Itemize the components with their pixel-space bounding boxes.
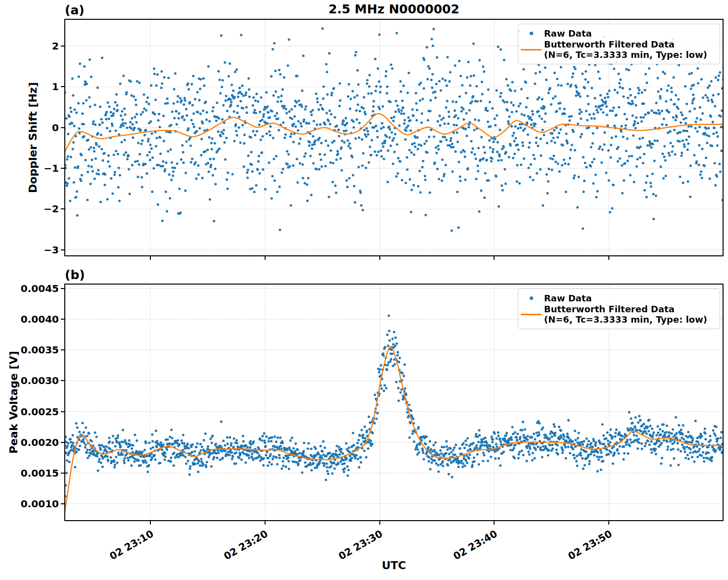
legend-filtered-label: Butterworth Filtered Data: [544, 304, 707, 314]
x-tick-mark: [494, 256, 495, 260]
y-tick-mark: [61, 411, 64, 412]
x-tick-label: 02 23:40: [451, 528, 499, 562]
filtered-line-marker-icon: [521, 49, 542, 50]
x-tick-label: 02 23:20: [222, 528, 270, 562]
raw-data-marker-icon: [530, 32, 533, 35]
panel-a-legend: Raw Data Butterworth Filtered Data (N=6,…: [518, 24, 720, 64]
y-tick-label: −1: [0, 162, 59, 174]
y-tick-label: 0.0035: [0, 344, 59, 356]
panel-b-legend: Raw Data Butterworth Filtered Data (N=6,…: [518, 289, 720, 329]
legend-filtered-entry: Butterworth Filtered Data (N=6, Tc=3.333…: [518, 304, 716, 325]
y-tick-mark: [61, 319, 64, 320]
x-tick-label: 02 23:50: [566, 528, 614, 562]
y-tick-mark: [61, 473, 64, 474]
x-tick-mark: [608, 256, 609, 260]
legend-filtered-params: (N=6, Tc=3.3333 min, Type: low): [544, 314, 707, 325]
y-tick-label: 0.0040: [0, 313, 59, 325]
chart-title: 2.5 MHz N0000002: [64, 2, 724, 16]
y-tick-mark: [61, 442, 64, 443]
panel-b-label: (b): [65, 268, 85, 282]
y-tick-mark: [61, 46, 64, 47]
y-tick-label: 0.0015: [0, 467, 59, 479]
legend-raw-entry: Raw Data: [518, 28, 716, 39]
y-tick-label: 1: [0, 81, 59, 93]
x-tick-mark: [265, 521, 266, 525]
y-tick-mark: [61, 249, 64, 250]
y-tick-mark: [61, 349, 64, 350]
x-tick-label: 02 23:10: [107, 528, 155, 562]
legend-raw-label: Raw Data: [544, 293, 592, 303]
y-tick-mark: [61, 86, 64, 87]
raw-data-marker-icon: [530, 296, 533, 300]
x-axis-label: UTC: [64, 559, 724, 572]
y-tick-mark: [61, 288, 64, 289]
y-tick-label: 0.0020: [0, 436, 59, 448]
x-tick-mark: [608, 521, 609, 525]
y-tick-label: −2: [0, 203, 59, 215]
y-tick-label: 0.0030: [0, 375, 59, 387]
x-tick-mark: [150, 521, 151, 525]
y-tick-label: 0: [0, 122, 59, 134]
filtered-line-marker-icon: [521, 314, 542, 315]
legend-filtered-label: Butterworth Filtered Data: [544, 39, 707, 49]
y-tick-label: 0.0045: [0, 283, 59, 294]
x-tick-mark: [265, 256, 266, 260]
y-tick-label: −3: [0, 244, 59, 256]
x-tick-mark: [150, 256, 151, 260]
y-tick-mark: [61, 127, 64, 128]
y-tick-mark: [61, 168, 64, 169]
figure: 2.5 MHz N0000002 (a) (b) Doppler Shift […: [0, 0, 728, 580]
legend-raw-label: Raw Data: [544, 28, 592, 39]
x-tick-label: 02 23:30: [336, 528, 384, 562]
legend-filtered-params: (N=6, Tc=3.3333 min, Type: low): [544, 49, 707, 60]
y-tick-label: 0.0010: [0, 498, 59, 510]
x-tick-mark: [379, 521, 380, 525]
y-tick-mark: [61, 380, 64, 381]
panel-a-y-axis-label: Doppler Shift [Hz]: [27, 82, 39, 193]
y-tick-mark: [61, 208, 64, 209]
x-tick-mark: [379, 256, 380, 260]
legend-raw-entry: Raw Data: [518, 293, 716, 303]
y-tick-mark: [61, 503, 64, 504]
x-tick-mark: [494, 521, 495, 525]
legend-filtered-entry: Butterworth Filtered Data (N=6, Tc=3.333…: [518, 39, 716, 60]
y-tick-label: 2: [0, 40, 59, 52]
y-tick-label: 0.0025: [0, 406, 59, 418]
panel-a-label: (a): [65, 3, 85, 17]
